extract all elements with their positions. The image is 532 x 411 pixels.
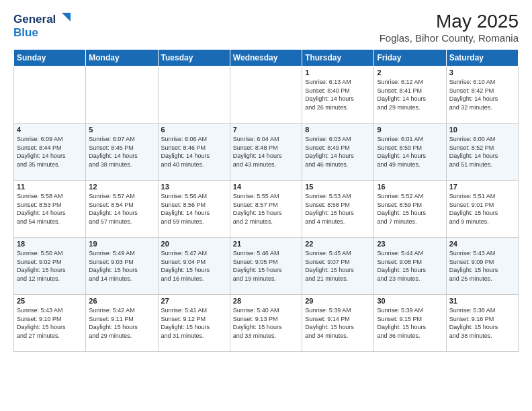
col-saturday: Saturday [446,50,518,66]
table-row: 11Sunrise: 5:58 AMSunset: 8:53 PMDayligh… [14,181,86,238]
day-number: 30 [377,297,443,305]
col-monday: Monday [86,50,158,66]
day-info: Sunrise: 6:00 AMSunset: 8:52 PMDaylight:… [449,135,515,169]
table-row [14,66,86,124]
day-info: Sunrise: 5:38 AMSunset: 9:16 PMDaylight:… [449,306,515,340]
day-info: Sunrise: 5:53 AMSunset: 8:58 PMDaylight:… [305,192,371,226]
day-info: Sunrise: 6:13 AMSunset: 8:40 PMDaylight:… [305,78,371,111]
day-number: 4 [17,126,83,134]
day-info: Sunrise: 5:52 AMSunset: 8:59 PMDaylight:… [377,192,443,226]
calendar-week-row: 11Sunrise: 5:58 AMSunset: 8:53 PMDayligh… [14,181,519,238]
day-info: Sunrise: 6:07 AMSunset: 8:45 PMDaylight:… [89,135,154,169]
table-row: 21Sunrise: 5:46 AMSunset: 9:05 PMDayligh… [230,238,302,295]
table-row [86,66,158,124]
calendar-header-row: Sunday Monday Tuesday Wednesday Thursday… [14,50,519,66]
day-info: Sunrise: 5:58 AMSunset: 8:53 PMDaylight:… [17,192,83,226]
day-number: 23 [377,240,443,248]
table-row: 9Sunrise: 6:01 AMSunset: 8:50 PMDaylight… [374,124,446,181]
table-row: 7Sunrise: 6:04 AMSunset: 8:48 PMDaylight… [230,124,302,181]
day-number: 9 [377,126,443,134]
day-number: 6 [161,126,227,134]
day-info: Sunrise: 5:55 AMSunset: 8:57 PMDaylight:… [233,192,299,226]
table-row: 17Sunrise: 5:51 AMSunset: 9:01 PMDayligh… [446,181,518,238]
day-number: 8 [305,126,371,134]
calendar-week-row: 25Sunrise: 5:43 AMSunset: 9:10 PMDayligh… [14,295,519,352]
table-row: 6Sunrise: 6:06 AMSunset: 8:46 PMDaylight… [158,124,230,181]
table-row [158,66,230,124]
table-row: 14Sunrise: 5:55 AMSunset: 8:57 PMDayligh… [230,181,302,238]
table-row: 4Sunrise: 6:09 AMSunset: 8:44 PMDaylight… [14,124,86,181]
day-info: Sunrise: 5:43 AMSunset: 9:10 PMDaylight:… [17,306,83,340]
table-row [230,66,302,124]
day-number: 1 [305,68,371,77]
table-row: 23Sunrise: 5:44 AMSunset: 9:08 PMDayligh… [374,238,446,295]
svg-marker-2 [62,13,71,21]
table-row: 29Sunrise: 5:39 AMSunset: 9:14 PMDayligh… [302,295,374,352]
table-row: 10Sunrise: 6:00 AMSunset: 8:52 PMDayligh… [446,124,518,181]
day-number: 21 [233,240,299,248]
day-info: Sunrise: 5:57 AMSunset: 8:54 PMDaylight:… [89,192,154,226]
logo-svg: General Blue [13,11,74,40]
day-info: Sunrise: 5:39 AMSunset: 9:15 PMDaylight:… [377,306,443,340]
col-friday: Friday [374,50,446,66]
day-info: Sunrise: 5:40 AMSunset: 9:13 PMDaylight:… [233,306,299,340]
table-row: 15Sunrise: 5:53 AMSunset: 8:58 PMDayligh… [302,181,374,238]
day-number: 5 [89,126,154,134]
day-info: Sunrise: 6:10 AMSunset: 8:42 PMDaylight:… [449,78,515,111]
page-header: General Blue May 2025 Foglas, Bihor Coun… [13,11,519,44]
day-info: Sunrise: 5:51 AMSunset: 9:01 PMDaylight:… [449,192,515,226]
day-number: 28 [233,297,299,305]
day-number: 24 [449,240,515,248]
calendar-week-row: 4Sunrise: 6:09 AMSunset: 8:44 PMDaylight… [14,124,519,181]
col-tuesday: Tuesday [158,50,230,66]
day-info: Sunrise: 5:47 AMSunset: 9:04 PMDaylight:… [161,249,227,283]
day-number: 11 [17,183,83,191]
day-number: 17 [449,183,515,191]
day-number: 16 [377,183,443,191]
day-number: 19 [89,240,154,248]
day-info: Sunrise: 5:39 AMSunset: 9:14 PMDaylight:… [305,306,371,340]
day-info: Sunrise: 6:04 AMSunset: 8:48 PMDaylight:… [233,135,299,169]
table-row: 25Sunrise: 5:43 AMSunset: 9:10 PMDayligh… [14,295,86,352]
day-number: 25 [17,297,83,305]
day-info: Sunrise: 5:50 AMSunset: 9:02 PMDaylight:… [17,249,83,283]
calendar-week-row: 1Sunrise: 6:13 AMSunset: 8:40 PMDaylight… [14,66,519,124]
table-row: 31Sunrise: 5:38 AMSunset: 9:16 PMDayligh… [446,295,518,352]
table-row: 13Sunrise: 5:56 AMSunset: 8:56 PMDayligh… [158,181,230,238]
day-info: Sunrise: 5:45 AMSunset: 9:07 PMDaylight:… [305,249,371,283]
logo: General Blue [13,11,74,40]
table-row: 27Sunrise: 5:41 AMSunset: 9:12 PMDayligh… [158,295,230,352]
table-row: 26Sunrise: 5:42 AMSunset: 9:11 PMDayligh… [86,295,158,352]
day-info: Sunrise: 6:06 AMSunset: 8:46 PMDaylight:… [161,135,227,169]
table-row: 22Sunrise: 5:45 AMSunset: 9:07 PMDayligh… [302,238,374,295]
calendar-title: May 2025 [380,11,519,32]
day-number: 12 [89,183,154,191]
day-info: Sunrise: 5:56 AMSunset: 8:56 PMDaylight:… [161,192,227,226]
col-sunday: Sunday [14,50,86,66]
table-row: 3Sunrise: 6:10 AMSunset: 8:42 PMDaylight… [446,66,518,124]
day-info: Sunrise: 5:46 AMSunset: 9:05 PMDaylight:… [233,249,299,283]
day-info: Sunrise: 6:12 AMSunset: 8:41 PMDaylight:… [377,78,443,111]
table-row: 28Sunrise: 5:40 AMSunset: 9:13 PMDayligh… [230,295,302,352]
table-row: 20Sunrise: 5:47 AMSunset: 9:04 PMDayligh… [158,238,230,295]
day-number: 14 [233,183,299,191]
table-row: 12Sunrise: 5:57 AMSunset: 8:54 PMDayligh… [86,181,158,238]
table-row: 5Sunrise: 6:07 AMSunset: 8:45 PMDaylight… [86,124,158,181]
day-number: 29 [305,297,371,305]
table-row: 30Sunrise: 5:39 AMSunset: 9:15 PMDayligh… [374,295,446,352]
day-number: 3 [449,68,515,77]
day-number: 7 [233,126,299,134]
day-info: Sunrise: 5:44 AMSunset: 9:08 PMDaylight:… [377,249,443,283]
col-wednesday: Wednesday [230,50,302,66]
table-row: 1Sunrise: 6:13 AMSunset: 8:40 PMDaylight… [302,66,374,124]
calendar-table: Sunday Monday Tuesday Wednesday Thursday… [13,49,519,352]
table-row: 2Sunrise: 6:12 AMSunset: 8:41 PMDaylight… [374,66,446,124]
title-block: May 2025 Foglas, Bihor County, Romania [380,11,519,44]
day-info: Sunrise: 6:09 AMSunset: 8:44 PMDaylight:… [17,135,83,169]
day-number: 27 [161,297,227,305]
day-number: 22 [305,240,371,248]
svg-text:General: General [13,13,56,26]
day-number: 15 [305,183,371,191]
table-row: 8Sunrise: 6:03 AMSunset: 8:49 PMDaylight… [302,124,374,181]
day-info: Sunrise: 5:49 AMSunset: 9:03 PMDaylight:… [89,249,154,283]
